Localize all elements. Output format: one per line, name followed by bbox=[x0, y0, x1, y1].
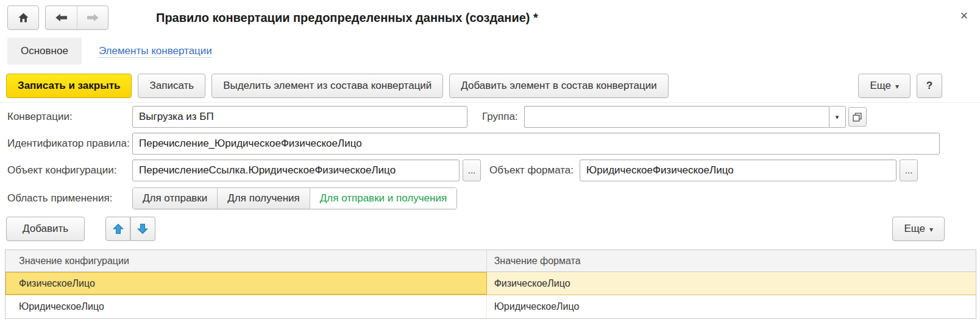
back-arrow-icon bbox=[55, 13, 68, 22]
chevron-down-icon: ▾ bbox=[895, 82, 899, 91]
exclude-element-button[interactable]: Выделить элемент из состава конвертаций bbox=[211, 74, 443, 98]
link-conversion-elements[interactable]: Элементы конвертации bbox=[99, 44, 212, 58]
scope-row: Область применения: Для отправки Для пол… bbox=[7, 187, 973, 209]
config-object-input[interactable] bbox=[132, 159, 460, 181]
title-bar: Правило конвертации предопределенных дан… bbox=[7, 5, 956, 30]
table-row[interactable]: ЮридическоеЛицо ЮридическоеЛицо bbox=[5, 295, 976, 318]
forward-button[interactable] bbox=[77, 6, 108, 29]
cell-format-value[interactable]: ФизическоеЛицо bbox=[487, 272, 976, 295]
close-button[interactable]: × bbox=[956, 7, 973, 24]
move-down-button[interactable] bbox=[130, 217, 155, 241]
rule-id-input[interactable] bbox=[132, 133, 940, 155]
more-button-label: Еще bbox=[870, 80, 891, 91]
column-header-config-value: Значение конфигурации bbox=[5, 250, 487, 272]
chevron-down-icon: ▾ bbox=[836, 113, 839, 121]
group-open-list-button[interactable] bbox=[848, 107, 867, 127]
conversion-row: Конвертации: Группа: ▾ bbox=[7, 106, 973, 128]
cell-config-value[interactable]: ФизическоеЛицо bbox=[5, 272, 487, 295]
scope-option-send-and-receive[interactable]: Для отправки и получения bbox=[310, 188, 456, 209]
cell-config-value[interactable]: ЮридическоеЛицо bbox=[5, 295, 487, 318]
conversion-label: Конвертации: bbox=[7, 111, 132, 123]
history-nav bbox=[45, 5, 108, 30]
config-object-choose-button[interactable]: ... bbox=[463, 159, 481, 181]
save-button[interactable]: Записать bbox=[138, 74, 205, 98]
scope-option-receive[interactable]: Для получения bbox=[218, 188, 310, 209]
group-input[interactable] bbox=[524, 106, 829, 128]
format-object-input[interactable] bbox=[580, 159, 897, 181]
help-button[interactable]: ? bbox=[917, 74, 942, 98]
objects-row: Объект конфигурации: ... Объект формата:… bbox=[7, 159, 973, 181]
cell-format-value[interactable]: ЮридическоеЛицо bbox=[487, 295, 976, 318]
page-title: Правило конвертации предопределенных дан… bbox=[156, 11, 538, 25]
values-table: Значение конфигурации Значение формата Ф… bbox=[5, 250, 976, 319]
rule-id-row: Идентификатор правила: bbox=[7, 133, 973, 155]
add-row-button[interactable]: Добавить bbox=[6, 217, 85, 241]
table-row[interactable]: ФизическоеЛицо ФизическоеЛицо bbox=[5, 272, 976, 295]
command-bar-separator bbox=[0, 102, 980, 103]
more-button[interactable]: Еще▾ bbox=[858, 74, 911, 98]
arrow-down-icon bbox=[137, 223, 148, 234]
open-list-icon bbox=[853, 113, 862, 122]
table-more-label: Еще bbox=[904, 223, 925, 234]
move-row-buttons bbox=[105, 217, 155, 241]
config-object-label: Объект конфигурации: bbox=[7, 164, 132, 176]
column-header-format-value: Значение формата bbox=[487, 250, 976, 272]
group-label: Группа: bbox=[482, 111, 518, 123]
arrow-up-icon bbox=[113, 223, 124, 234]
scope-label: Область применения: bbox=[7, 192, 132, 204]
group-combo: ▾ bbox=[524, 106, 846, 128]
tab-main[interactable]: Основное bbox=[7, 38, 82, 65]
forward-arrow-icon bbox=[87, 13, 99, 22]
home-icon bbox=[18, 12, 29, 23]
scope-option-send[interactable]: Для отправки bbox=[133, 188, 218, 209]
chevron-down-icon: ▾ bbox=[929, 225, 933, 234]
group-dropdown-button[interactable]: ▾ bbox=[829, 106, 846, 128]
table-more-button[interactable]: Еще▾ bbox=[892, 217, 945, 241]
move-up-button[interactable] bbox=[105, 217, 130, 241]
conversion-rule-form: Правило конвертации предопределенных дан… bbox=[0, 0, 980, 325]
add-element-button[interactable]: Добавить элемент в состав конвертации bbox=[449, 74, 668, 98]
home-button[interactable] bbox=[7, 5, 39, 30]
command-bar: Записать и закрыть Записать Выделить эле… bbox=[6, 73, 942, 99]
table-header-row: Значение конфигурации Значение формата bbox=[5, 250, 976, 272]
format-object-choose-button[interactable]: ... bbox=[900, 159, 918, 181]
tab-bar: Основное Элементы конвертации bbox=[7, 38, 212, 65]
scope-segmented-control: Для отправки Для получения Для отправки … bbox=[132, 187, 457, 209]
save-and-close-button[interactable]: Записать и закрыть bbox=[6, 74, 132, 98]
back-button[interactable] bbox=[46, 6, 77, 29]
conversion-input[interactable] bbox=[132, 106, 467, 128]
format-object-label: Объект формата: bbox=[489, 164, 573, 176]
table-toolbar: Добавить Еще▾ bbox=[6, 217, 945, 241]
rule-id-label: Идентификатор правила: bbox=[7, 138, 132, 150]
